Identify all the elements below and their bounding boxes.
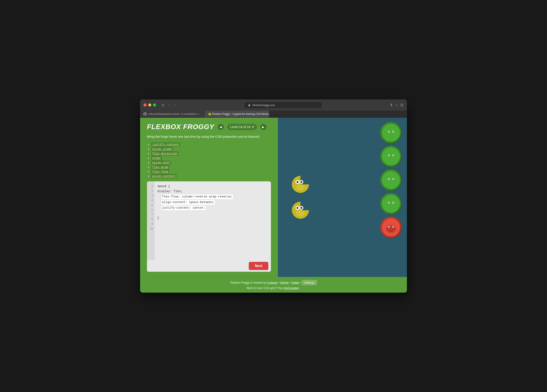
svg-point-12 [386,129,396,138]
line-numbers: 1 2 3 4 5 6 7 8 9 10 [147,181,155,260]
left-panel: FLEXBOX FROGGY ◀ Level 24 of 24 ▾ ▶ Brin… [140,118,278,277]
svg-point-18 [393,131,394,132]
code-text: #pond { [157,185,170,188]
svg-point-39 [393,202,394,203]
game-area [278,118,407,277]
lily-pad-4 [380,193,402,215]
code-line-1: #pond { [157,184,268,189]
css-prop-flex-wrap[interactable]: flex-wrap [151,165,169,169]
lock-icon: 🔒 [248,104,251,107]
frog-on-pad-3 [384,175,397,185]
grid-garden-link[interactable]: Grid Garden [284,286,299,290]
back-button[interactable]: ‹ [167,102,171,108]
css-prop-align-items[interactable]: align-items [151,147,173,151]
next-button[interactable]: Next [249,262,268,270]
code-area: #pond { display: flex; flex-flow: column… [155,181,271,260]
svg-point-33 [386,201,396,209]
code-editor: 1 2 3 4 5 6 7 8 9 10 #pond { display: fl… [147,181,271,272]
description-text: Bring the frogs home one last time by us… [147,134,271,139]
level-selector[interactable]: Level 24 of 24 ▾ [227,124,257,130]
css-prop-align-content[interactable]: align-content [151,174,177,178]
lily-pads-column [380,122,402,238]
share-icon[interactable]: ⬆ [390,103,393,107]
frog-on-pad-4 [384,198,397,209]
svg-point-17 [388,131,389,132]
maximize-button[interactable] [153,103,156,107]
svg-point-11 [296,210,305,216]
footer-text: Flexbox Froggy is created by [230,281,266,284]
css-prop-flex-direction[interactable]: flex-direction [151,151,178,156]
lily-pad-red [380,217,402,238]
next-level-button[interactable]: ▶ [260,124,267,130]
sidebar-toggle-button[interactable]: ⊟ [160,102,166,108]
svg-point-38 [388,202,389,203]
browser-titlebar: ⊟ ‹ › 🔒 flexboxfroggy.com ⬆ ＋ ⊞ [140,99,407,111]
traffic-lights [144,103,156,107]
github-tab-icon [144,112,147,116]
code-line-5: justify-content: center; [157,205,268,211]
svg-point-19 [386,153,396,162]
lily-pad-2 [380,146,402,167]
list-item: flex-wrap [151,165,271,169]
app-title: FLEXBOX FROGGY [147,123,214,131]
code-line-3: flex-flow: column-reverse wrap-reverse; [157,194,268,200]
css-prop-order[interactable]: order [151,156,162,160]
list-item: flex-direction [151,152,271,155]
water-frog-1 [291,175,310,194]
browser-window: ⊟ ‹ › 🔒 flexboxfroggy.com ⬆ ＋ ⊞ mikovaz/… [140,99,407,293]
tab-github[interactable]: mikovaz/Maquetado-tareas: A compilation … [140,111,205,117]
svg-point-24 [388,155,389,156]
flex-flow-input[interactable]: flex-flow: column-reverse wrap-reverse; [161,194,234,200]
github-link[interactable]: GitHub [280,281,288,284]
svg-rect-47 [389,230,393,231]
editor-content: 1 2 3 4 5 6 7 8 9 10 #pond { display: fl… [147,181,271,260]
twitter-link[interactable]: Twitter [291,281,299,284]
forward-button[interactable]: › [173,102,177,108]
water-frog-2 [291,201,310,220]
svg-point-4 [301,181,302,183]
dropdown-icon: ▾ [252,125,254,129]
svg-point-32 [393,179,394,179]
code-line-6 [157,211,268,216]
svg-point-26 [386,177,396,185]
app-header: FLEXBOX FROGGY ◀ Level 24 of 24 ▾ ▶ [147,123,271,131]
css-prop-justify-content[interactable]: justify-content [151,142,180,147]
css-prop-align-self[interactable]: align-self [151,161,171,165]
code-line-8 [157,221,268,226]
lily-pad-3 [380,169,402,191]
address-bar[interactable]: 🔒 flexboxfroggy.com [245,102,322,108]
footer: Flexbox Froggy is created by Codepip • G… [140,277,407,293]
frog-on-pad-1 [384,127,397,138]
editor-footer: Next [147,260,271,272]
lily-pad-1 [380,122,402,143]
justify-content-input[interactable]: justify-content: center; [161,205,207,211]
tab-flexbox-froggy[interactable]: 🐸 Flexbox Froggy – A game for learning C… [205,111,269,117]
grid-icon[interactable]: ⊞ [400,103,403,107]
code-line-10 [157,231,268,236]
list-item: align-items [151,147,271,151]
close-button[interactable] [144,103,147,107]
svg-point-46 [393,226,394,227]
css-prop-flex-flow[interactable]: flex-flow [151,169,169,174]
codepip-link[interactable]: Codepip [267,281,277,284]
level-label: Level 24 of 24 [230,125,251,129]
tab-bar: mikovaz/Maquetado-tareas: A compilation … [140,111,407,118]
svg-point-10 [301,207,302,209]
css-properties-list: justify-content align-items flex-directi… [147,143,271,178]
svg-point-9 [296,207,298,209]
settings-button[interactable]: Settings [302,280,317,285]
minimize-button[interactable] [148,103,151,107]
code-text: display: flex; [157,189,183,193]
list-item: justify-content [151,143,271,146]
svg-point-45 [388,226,389,227]
code-line-4: align-content: space-between; [157,200,268,205]
tab2-label: 🐸 Flexbox Froggy – A game for learning C… [208,113,269,115]
address-bar-container: 🔒 flexboxfroggy.com [179,102,387,108]
prev-level-button[interactable]: ◀ [218,124,224,130]
new-tab-icon[interactable]: ＋ [395,102,398,108]
footer-line2: Want to learn CSS grid? Play Grid Garden… [143,286,404,290]
frog-on-pad-2 [384,151,397,162]
align-content-input[interactable]: align-content: space-between; [161,200,216,205]
frog-on-pad-red [384,222,397,233]
browser-controls: ⊟ ‹ › [160,102,177,108]
